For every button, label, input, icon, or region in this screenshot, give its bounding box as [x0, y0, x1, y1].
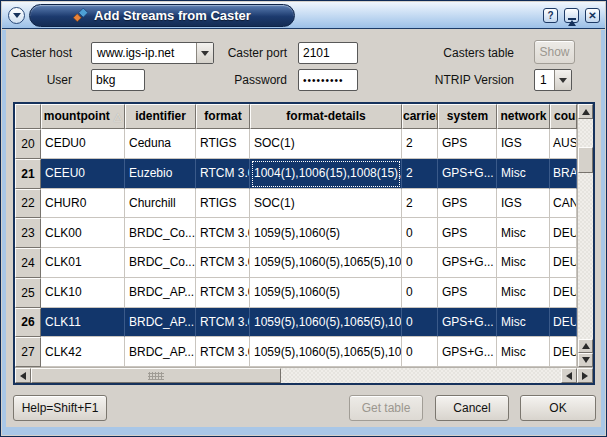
table-cell-mountpoint[interactable]: CHUR0 — [41, 189, 125, 219]
password-input[interactable] — [298, 69, 358, 91]
row-header[interactable]: 24 — [15, 248, 41, 278]
help-shortcut-button[interactable]: Help=Shift+F1 — [13, 395, 107, 421]
column-header-system[interactable]: system — [438, 104, 497, 129]
scroll-left-button-2[interactable] — [561, 368, 577, 383]
table-row[interactable]: 23CLK00BRDC_Co...RTCM 3.01059(5),1060(5)… — [15, 218, 577, 248]
table-cell-system[interactable]: GPS — [438, 278, 497, 308]
titlebar[interactable]: Add Streams from Caster ? ✕ — [2, 2, 605, 29]
table-cell-carrier[interactable]: 2 — [402, 159, 438, 189]
user-input[interactable] — [91, 69, 145, 91]
table-cell-mountpoint[interactable]: CLK42 — [41, 337, 125, 367]
table-cell-system[interactable]: GPS — [438, 129, 497, 159]
table-cell-identifier[interactable]: BRDC_AP... — [125, 278, 196, 308]
get-table-button[interactable]: Get table — [349, 395, 423, 421]
table-cell-network[interactable]: IGS — [497, 129, 550, 159]
table-cell-carrier[interactable]: 0 — [402, 308, 438, 338]
column-header-format[interactable]: format — [196, 104, 250, 129]
table-cell-mountpoint[interactable]: CEDU0 — [41, 129, 125, 159]
scroll-right-button[interactable] — [577, 368, 593, 383]
table-cell-mountpoint[interactable]: CLK00 — [41, 218, 125, 248]
table-cell-format[interactable]: RTCM 3.0 — [196, 337, 250, 367]
table-cell-details[interactable]: SOC(1) — [250, 129, 402, 159]
table-cell-country[interactable]: DEU — [550, 218, 577, 248]
table-cell-network[interactable]: Misc — [497, 278, 550, 308]
table-cell-details[interactable]: 1004(1),1006(15),1008(15),1... — [250, 159, 402, 189]
table-cell-system[interactable]: GPS+G... — [438, 308, 497, 338]
table-cell-network[interactable]: Misc — [497, 218, 550, 248]
row-header[interactable]: 21 — [15, 159, 41, 189]
table-cell-identifier[interactable]: BRDC_AP... — [125, 337, 196, 367]
table-row[interactable]: 27CLK42BRDC_AP...RTCM 3.01059(5),1060(5)… — [15, 337, 577, 367]
table-cell-network[interactable]: Misc — [497, 337, 550, 367]
table-cell-country[interactable]: DEU — [550, 337, 577, 367]
table-cell-country[interactable]: DEU — [550, 278, 577, 308]
table-row[interactable]: 20CEDU0CedunaRTIGSSOC(1)2GPSIGSAUS — [15, 129, 577, 159]
table-cell-system[interactable]: GPS+G... — [438, 337, 497, 367]
window-menu-button[interactable] — [8, 7, 25, 24]
table-cell-details[interactable]: 1059(5),1060(5),1065(5),106... — [250, 248, 402, 278]
show-button[interactable]: Show — [534, 40, 575, 64]
table-cell-details[interactable]: 1059(5),1060(5) — [250, 278, 402, 308]
table-row[interactable]: 21CEEU0EuzebioRTCM 3.01004(1),1006(15),1… — [15, 159, 577, 189]
table-cell-mountpoint[interactable]: CEEU0 — [41, 159, 125, 189]
scroll-down-button[interactable] — [578, 353, 593, 367]
table-cell-identifier[interactable]: BRDC_Co... — [125, 218, 196, 248]
table-cell-identifier[interactable]: BRDC_AP... — [125, 308, 196, 338]
column-header-mountpoint[interactable]: mountpoint△ — [41, 104, 125, 129]
table-cell-carrier[interactable]: 0 — [402, 337, 438, 367]
table-cell-country[interactable]: AUS — [550, 129, 577, 159]
table-cell-format[interactable]: RTCM 3.0 — [196, 278, 250, 308]
table-cell-country[interactable]: CAN — [550, 189, 577, 219]
row-header[interactable]: 27 — [15, 337, 41, 367]
column-header-identifier[interactable]: identifier — [125, 104, 196, 129]
shade-button[interactable] — [564, 8, 579, 23]
table-cell-country[interactable]: DEU — [550, 308, 577, 338]
table-cell-system[interactable]: GPS+G... — [438, 159, 497, 189]
row-header[interactable]: 23 — [15, 218, 41, 248]
ntrip-version-combobox[interactable]: 1 — [534, 69, 572, 91]
ntrip-version-dropdown-button[interactable] — [554, 70, 571, 90]
help-button[interactable]: ? — [543, 8, 558, 23]
horizontal-scroll-thumb[interactable] — [31, 368, 281, 383]
table-cell-identifier[interactable]: Euzebio — [125, 159, 196, 189]
cancel-button[interactable]: Cancel — [435, 395, 509, 421]
horizontal-scrollbar[interactable] — [15, 367, 593, 383]
table-cell-country[interactable]: BRA — [550, 159, 577, 189]
table-cell-carrier[interactable]: 0 — [402, 248, 438, 278]
table-cell-format[interactable]: RTIGS — [196, 129, 250, 159]
column-header-network[interactable]: network — [497, 104, 550, 129]
horizontal-scroll-track[interactable] — [281, 368, 561, 383]
column-header-carrier[interactable]: carrier — [402, 104, 438, 129]
table-cell-format[interactable]: RTIGS — [196, 189, 250, 219]
table-cell-carrier[interactable]: 2 — [402, 189, 438, 219]
table-cell-identifier[interactable]: Churchill — [125, 189, 196, 219]
table-cell-carrier[interactable]: 0 — [402, 278, 438, 308]
table-row[interactable]: 24CLK01BRDC_Co...RTCM 3.01059(5),1060(5)… — [15, 248, 577, 278]
table-cell-system[interactable]: GPS+G... — [438, 248, 497, 278]
table-cell-mountpoint[interactable]: CLK10 — [41, 278, 125, 308]
table-cell-details[interactable]: 1059(5),1060(5),1065(5),106... — [250, 308, 402, 338]
row-header[interactable]: 20 — [15, 129, 41, 159]
table-cell-network[interactable]: Misc — [497, 159, 550, 189]
table-cell-format[interactable]: RTCM 3.0 — [196, 159, 250, 189]
scroll-left-button[interactable] — [15, 368, 31, 383]
table-cell-network[interactable]: Misc — [497, 248, 550, 278]
row-header[interactable]: 26 — [15, 308, 41, 338]
table-row[interactable]: 22CHUR0ChurchillRTIGSSOC(1)2GPSIGSCAN — [15, 189, 577, 219]
table-cell-system[interactable]: GPS — [438, 189, 497, 219]
row-header[interactable]: 22 — [15, 189, 41, 219]
table-cell-details[interactable]: 1059(5),1060(5),1065(5),106... — [250, 337, 402, 367]
table-cell-identifier[interactable]: BRDC_Co... — [125, 248, 196, 278]
table-cell-system[interactable]: GPS — [438, 218, 497, 248]
column-header-country[interactable]: country — [550, 104, 577, 129]
table-cell-country[interactable]: DEU — [550, 248, 577, 278]
table-cell-details[interactable]: 1059(5),1060(5) — [250, 218, 402, 248]
vertical-scrollbar[interactable] — [577, 104, 593, 367]
vertical-scroll-track[interactable] — [578, 119, 593, 339]
ok-button[interactable]: OK — [520, 395, 596, 421]
caster-port-input[interactable] — [298, 42, 358, 64]
row-header[interactable]: 25 — [15, 278, 41, 308]
scroll-up-button-2[interactable] — [578, 339, 593, 353]
table-cell-carrier[interactable]: 0 — [402, 218, 438, 248]
close-button[interactable]: ✕ — [585, 8, 600, 23]
